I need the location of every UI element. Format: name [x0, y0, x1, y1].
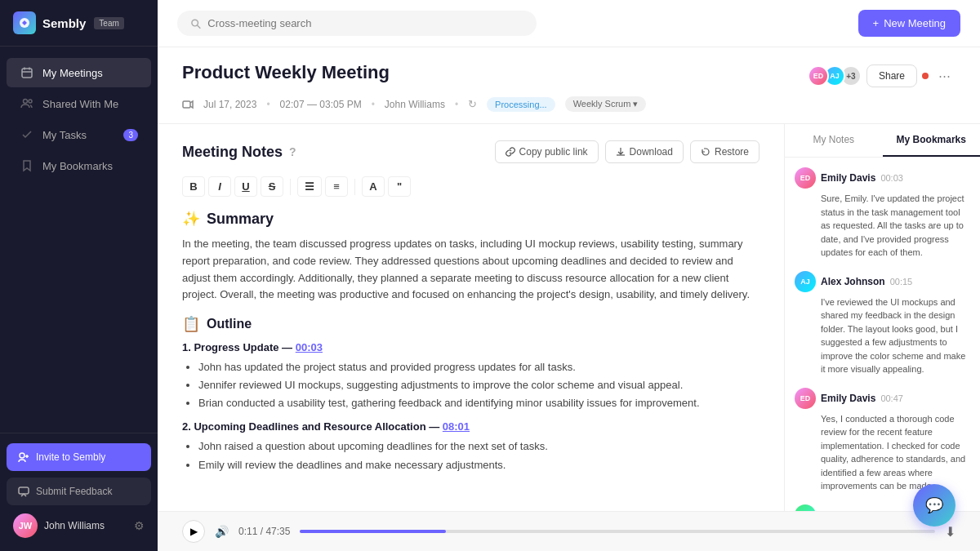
sidebar-item-label-shared: Shared With Me: [42, 98, 118, 110]
note-meta-3: ED Emily Davis 00:47: [795, 388, 970, 409]
audio-progress-fill: [300, 530, 446, 533]
section-1-timestamp[interactable]: 00:03: [296, 341, 323, 353]
restore-button[interactable]: Restore: [690, 140, 760, 163]
section-1-title: 1. Progress Update —: [182, 341, 296, 353]
note-author-1: Emily Davis: [821, 172, 875, 184]
copy-link-label: Copy public link: [519, 146, 588, 158]
restore-icon: [701, 147, 710, 157]
meeting-header: Product Weekly Meeting ED AJ +3 Share ⋯ …: [158, 47, 980, 124]
note-author-2: Alex Johnson: [821, 276, 885, 287]
note-text-2: I've reviewed the UI mockups and shared …: [795, 295, 970, 376]
share-button[interactable]: Share: [866, 64, 917, 87]
checkmark-icon: [20, 127, 34, 142]
notes-area: Meeting Notes ? Copy public link: [158, 124, 784, 511]
audio-time: 0:11 / 47:35: [238, 526, 290, 537]
settings-icon[interactable]: ⚙: [134, 519, 145, 532]
svg-rect-1: [22, 69, 32, 78]
audio-player: ▶ 🔊 0:11 / 47:35 ⬇: [158, 511, 980, 551]
sidebar-item-my-bookmarks[interactable]: My Bookmarks: [7, 151, 151, 180]
people-icon: [20, 96, 34, 111]
formatting-toolbar: B I U S ☰ ≡ A ": [182, 176, 760, 197]
notes-section-header: Meeting Notes ? Copy public link: [182, 140, 760, 163]
app-logo-icon: [13, 11, 36, 34]
panel-content: ED Emily Davis 00:03 Sure, Emily. I've u…: [785, 158, 980, 511]
meeting-title: Product Weekly Meeting: [182, 62, 390, 83]
more-options-button[interactable]: ⋯: [933, 64, 956, 88]
search-icon: [190, 18, 201, 29]
note-avatar-emily-2: ED: [795, 388, 816, 409]
user-initials: JW: [19, 521, 33, 531]
search-input[interactable]: [207, 17, 523, 29]
outline-section-header: 📋 Outline: [182, 315, 760, 333]
bookmark-icon: [20, 158, 34, 173]
video-icon: [182, 99, 194, 110]
audio-progress-bar[interactable]: [300, 530, 935, 533]
toolbar-divider-2: [354, 179, 355, 195]
attendee-avatars: ED AJ +3: [808, 65, 862, 87]
scrum-badge[interactable]: Weekly Scrum ▾: [565, 96, 647, 112]
tab-my-bookmarks[interactable]: My Bookmarks: [883, 124, 981, 157]
list-item: Jennifer reviewed UI mockups, suggesting…: [198, 376, 760, 394]
current-time: 0:11: [238, 526, 257, 537]
note-avatar-emily: ED: [795, 167, 816, 189]
meeting-host: John Williams: [385, 99, 445, 110]
feedback-label: Submit Feedback: [36, 486, 112, 497]
fab-icon: 💬: [925, 496, 943, 514]
sidebar-item-my-tasks[interactable]: My Tasks 3: [7, 120, 151, 149]
note-author-3: Emily Davis: [821, 393, 875, 404]
sidebar-item-label-my-meetings: My Meetings: [42, 67, 103, 79]
tab-my-notes[interactable]: My Notes: [785, 124, 883, 157]
invite-button[interactable]: Invite to Sembly: [7, 443, 151, 471]
total-time: 47:35: [265, 526, 290, 537]
share-label: Share: [879, 70, 905, 82]
note-meta-1: ED Emily Davis 00:03: [795, 167, 970, 189]
sidebar-item-shared-with-me[interactable]: Shared With Me: [7, 89, 151, 118]
copy-link-button[interactable]: Copy public link: [495, 140, 599, 163]
notes-title-text: Meeting Notes: [182, 144, 283, 161]
download-label: Download: [630, 146, 673, 158]
quote-button[interactable]: ": [388, 176, 411, 197]
list-item: Emily will review the deadlines and make…: [198, 456, 760, 474]
sidebar-item-my-meetings[interactable]: My Meetings: [7, 58, 151, 87]
fab-button[interactable]: 💬: [913, 484, 956, 527]
meeting-date: Jul 17, 2023: [203, 99, 256, 110]
svg-rect-10: [19, 487, 29, 494]
download-icon: [616, 147, 626, 157]
note-time-3: 00:47: [880, 393, 903, 403]
font-size-button[interactable]: A: [362, 176, 385, 197]
outline-emoji: 📋: [182, 315, 200, 333]
bold-button[interactable]: B: [182, 176, 205, 197]
bullet-list-button[interactable]: ☰: [297, 176, 322, 197]
plus-icon: +: [873, 17, 880, 29]
svg-rect-13: [183, 101, 190, 108]
feedback-button[interactable]: Submit Feedback: [7, 478, 151, 505]
restore-label: Restore: [715, 146, 749, 158]
note-avatar-john: JW: [795, 504, 816, 512]
section-2-timestamp[interactable]: 08:01: [443, 420, 470, 433]
panel-tabs: My Notes My Bookmarks: [785, 124, 980, 158]
help-icon[interactable]: ?: [289, 145, 296, 158]
underline-button[interactable]: U: [234, 176, 257, 197]
note-meta-2: AJ Alex Johnson 00:15: [795, 271, 970, 292]
strikethrough-button[interactable]: S: [261, 176, 283, 197]
sidebar-item-label-bookmarks: My Bookmarks: [42, 160, 113, 172]
attendee-avatar-1: ED: [808, 65, 829, 87]
note-avatar-alex: AJ: [795, 271, 816, 292]
main-content: + New Meeting Product Weekly Meeting ED …: [158, 0, 980, 551]
user-profile-row: JW John Williams ⚙: [7, 505, 151, 541]
content-wrapper: Meeting Notes ? Copy public link: [158, 124, 980, 511]
new-meeting-button[interactable]: + New Meeting: [858, 10, 960, 37]
refresh-icon[interactable]: ↻: [468, 98, 477, 110]
volume-icon[interactable]: 🔊: [215, 525, 229, 538]
logo-area: Sembly Team: [0, 0, 158, 47]
sidebar-bottom: Invite to Sembly Submit Feedback JW John…: [0, 433, 158, 551]
note-time-2: 00:15: [890, 277, 913, 287]
app-name: Sembly: [42, 16, 86, 30]
italic-button[interactable]: I: [208, 176, 231, 197]
download-button[interactable]: Download: [605, 140, 684, 163]
search-box[interactable]: [177, 11, 537, 36]
numbered-list-button[interactable]: ≡: [325, 176, 348, 197]
play-button[interactable]: ▶: [182, 520, 205, 543]
audio-download-icon[interactable]: ⬇: [945, 524, 956, 540]
recording-indicator: [922, 73, 929, 79]
